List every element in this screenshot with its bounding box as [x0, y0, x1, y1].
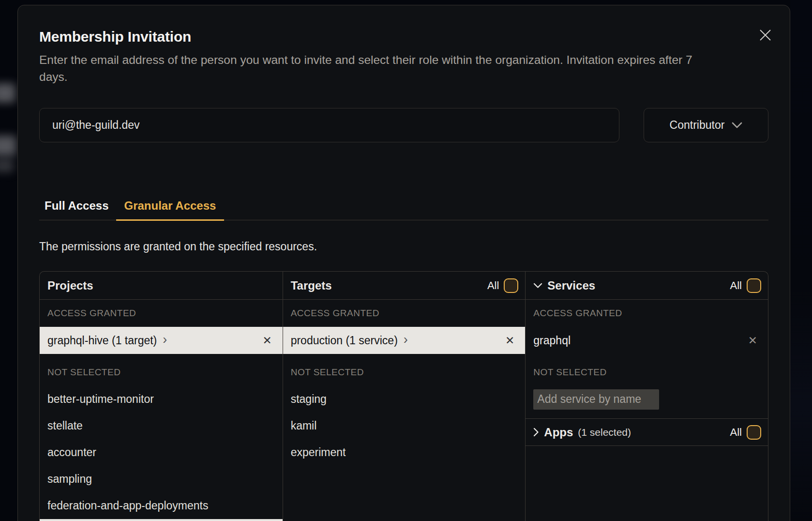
targets-column: Targets All ACCESS GRANTED production (1…: [283, 272, 526, 521]
target-selected-row[interactable]: production (1 service) › ✕: [283, 327, 526, 354]
modal-description: Enter the email address of the person yo…: [39, 51, 768, 85]
close-button[interactable]: [757, 27, 773, 43]
chevron-down-icon: [533, 283, 542, 289]
modal-description-line1: Enter the email address of the person yo…: [39, 51, 768, 68]
apps-all-checkbox[interactable]: [747, 425, 761, 440]
list-item[interactable]: kamil: [283, 413, 526, 439]
access-tabs: Full Access Granular Access: [39, 199, 768, 220]
services-column: Services All ACCESS GRANTED graphql ✕ NO…: [525, 272, 768, 521]
chevron-down-icon: [732, 122, 742, 129]
invite-row: Contributor: [39, 108, 768, 142]
remove-project-icon[interactable]: ✕: [262, 334, 271, 347]
modal-description-line2: days.: [39, 68, 768, 85]
services-not-selected-label: NOT SELECTED: [526, 359, 768, 386]
background-artifact: [0, 83, 15, 103]
services-access-granted-label: ACCESS GRANTED: [526, 300, 768, 327]
apps-count: (1 selected): [578, 427, 631, 438]
targets-access-granted-label: ACCESS GRANTED: [283, 300, 526, 327]
targets-header: Targets All: [283, 272, 526, 300]
services-header[interactable]: Services All: [526, 272, 768, 300]
service-selected-row[interactable]: graphql ✕: [526, 327, 768, 354]
email-field[interactable]: [39, 108, 619, 142]
targets-all-label: All: [487, 279, 499, 292]
apps-row[interactable]: Apps (1 selected) All: [526, 418, 768, 446]
list-item[interactable]: staging: [283, 386, 526, 413]
list-item[interactable]: better-uptime-monitor: [40, 386, 283, 413]
list-item[interactable]: accounter: [40, 439, 283, 466]
targets-not-selected-label: NOT SELECTED: [283, 359, 526, 386]
services-all-checkbox[interactable]: [747, 278, 761, 293]
remove-target-icon[interactable]: ✕: [505, 334, 514, 347]
services-all-label: All: [730, 279, 742, 292]
targets-header-label: Targets: [291, 279, 332, 292]
projects-not-selected-label: NOT SELECTED: [40, 359, 283, 386]
tab-full-access[interactable]: Full Access: [45, 199, 109, 220]
list-item[interactable]: federation-and-app-deployments: [40, 492, 283, 519]
projects-header-label: Projects: [47, 279, 93, 292]
membership-invitation-modal: Membership Invitation Enter the email ad…: [17, 5, 790, 521]
services-header-label: Services: [547, 279, 595, 292]
remove-service-icon[interactable]: ✕: [748, 334, 757, 347]
project-selected-name: graphql-hive (1 target): [47, 334, 157, 347]
permissions-note: The permissions are granted on the speci…: [39, 239, 768, 254]
service-selected-name: graphql: [533, 334, 571, 347]
list-item[interactable]: stellate: [40, 413, 283, 439]
tab-granular-access[interactable]: Granular Access: [116, 199, 225, 221]
apps-label: Apps: [544, 426, 573, 439]
list-item[interactable]: sampling: [40, 466, 283, 492]
targets-all-checkbox[interactable]: [504, 278, 518, 293]
list-item[interactable]: experiment: [283, 439, 526, 466]
add-service-input[interactable]: [533, 389, 659, 410]
target-selected-name: production (1 service): [291, 334, 398, 347]
add-service-row: [526, 386, 768, 413]
page-title: Membership Invitation: [39, 28, 768, 45]
partially-visible-highlighted-row[interactable]: [40, 519, 283, 521]
chevron-right-icon: ›: [404, 333, 408, 346]
background-artifact: [0, 159, 14, 172]
close-icon: [759, 29, 772, 42]
background-artifact: [0, 136, 16, 156]
project-selected-row[interactable]: graphql-hive (1 target) › ✕: [40, 327, 283, 354]
background-right-strip: [790, 0, 812, 521]
role-select-value: Contributor: [670, 119, 725, 132]
chevron-right-icon: ›: [163, 333, 167, 346]
projects-column: Projects ACCESS GRANTED graphql-hive (1 …: [40, 272, 283, 521]
role-select[interactable]: Contributor: [644, 108, 768, 142]
apps-all-label: All: [730, 426, 742, 439]
projects-access-granted-label: ACCESS GRANTED: [40, 300, 283, 327]
projects-header: Projects: [40, 272, 283, 300]
chevron-right-icon: [533, 428, 539, 437]
resources-panel: Projects ACCESS GRANTED graphql-hive (1 …: [39, 271, 768, 521]
